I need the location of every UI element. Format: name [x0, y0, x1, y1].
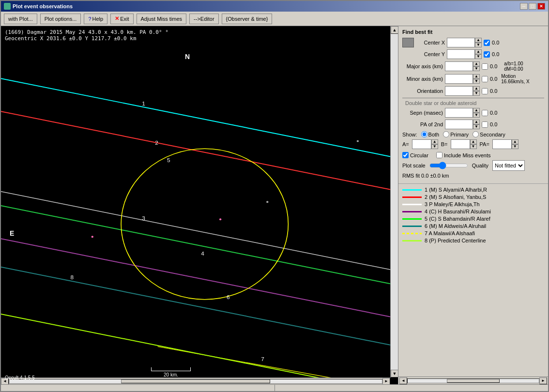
- orientation-down[interactable]: ▼: [473, 91, 480, 96]
- major-axis-spinbox: 43.0 ▲ ▼: [445, 61, 480, 71]
- quality-select[interactable]: Not fitted: [492, 160, 525, 171]
- observer-time-button[interactable]: {Observer & time}: [222, 14, 273, 24]
- toolbar: with Plot... Plot options... ? Help ✕ Ex…: [1, 12, 548, 26]
- legend-text: 6 (M) M Aldweis/A Alruhail: [425, 223, 486, 229]
- orientation-checkbox[interactable]: [482, 88, 488, 94]
- primary-radio-label: Primary: [443, 131, 469, 137]
- right-scroll-right[interactable]: ►: [539, 377, 547, 384]
- center-y-input[interactable]: 1.5: [447, 49, 475, 59]
- center-y-up[interactable]: ▲: [475, 49, 482, 54]
- svg-line-1: [1, 106, 398, 201]
- pa-spinbox: 0.0 ▲ ▼: [492, 139, 518, 149]
- b-up[interactable]: ▲: [470, 139, 477, 144]
- legend-line: [402, 240, 422, 241]
- svg-line-4: [1, 200, 398, 295]
- right-scroll-thumb[interactable]: [447, 379, 499, 383]
- plot-info-line1: (1669) Dagmar 2015 May 24 43.0 x 43.0 km…: [5, 29, 168, 35]
- legend-item: 5 (C) S Bahamdain/R Alaref: [402, 216, 544, 222]
- center-y-down[interactable]: ▼: [475, 54, 482, 59]
- close-button[interactable]: ✕: [537, 3, 545, 10]
- maximize-button[interactable]: □: [529, 3, 536, 10]
- legend-text: 3 P Maley/E Alkhuja,Th: [425, 201, 480, 207]
- center-x-down[interactable]: ▼: [475, 43, 482, 47]
- window-icon: [4, 3, 11, 10]
- center-x-input[interactable]: -0.4: [447, 38, 475, 47]
- plot-scale-label: Plot scale: [402, 163, 426, 168]
- right-panel-scrollbar[interactable]: ◄ ►: [398, 377, 548, 384]
- major-axis-up[interactable]: ▲: [473, 61, 480, 66]
- legend-item: 7 A Malawi/A Alshaafi: [402, 230, 544, 236]
- a-down[interactable]: ▼: [431, 144, 438, 149]
- status-bar: [1, 384, 548, 391]
- major-axis-down[interactable]: ▼: [473, 66, 480, 71]
- plot-scale-slider[interactable]: [429, 162, 468, 169]
- secondary-radio[interactable]: [473, 131, 479, 137]
- primary-radio[interactable]: [443, 131, 449, 137]
- orientation-input[interactable]: 0.0: [445, 86, 473, 96]
- main-area: 1 2 3 4 5 6 7 8 (1669) Dagmar 2015 May 2…: [1, 26, 548, 384]
- sepn-checkbox[interactable]: [482, 110, 488, 116]
- major-axis-checkbox[interactable]: [482, 63, 488, 70]
- minor-axis-up[interactable]: ▲: [473, 74, 480, 79]
- adjust-miss-button[interactable]: Adjust Miss times: [137, 14, 187, 24]
- help-button[interactable]: ? Help: [84, 14, 107, 24]
- center-y-right-val: 0.0: [492, 51, 499, 57]
- center-x-label: Center X: [416, 40, 445, 45]
- with-plot-button[interactable]: with Plot...: [4, 14, 37, 24]
- pa-input[interactable]: 0.0: [492, 139, 512, 149]
- plot-vscrollbar[interactable]: ▲ ▼: [390, 26, 398, 377]
- scale-bar: 20 km.: [151, 367, 191, 377]
- pa-up[interactable]: ▲: [512, 139, 518, 144]
- legend-line: [402, 204, 422, 205]
- legend-item: 2 (M) S Alsofiani, Yanbu,S: [402, 194, 544, 200]
- find-best-fit-section: Find best fit Center X -0.4 ▲ ▼ 0.0: [398, 26, 548, 184]
- show-label: Show:: [402, 132, 417, 137]
- major-axis-input[interactable]: 43.0: [445, 61, 473, 71]
- scroll-up-arrow[interactable]: ▲: [391, 26, 398, 34]
- minor-axis-down[interactable]: ▼: [473, 79, 480, 84]
- minor-axis-right-val: 0.0: [490, 76, 497, 82]
- center-x-up[interactable]: ▲: [475, 38, 482, 43]
- plot-hscrollbar[interactable]: ◄ ►: [1, 377, 390, 384]
- center-x-checkbox[interactable]: [484, 40, 490, 46]
- legend-line: [402, 218, 422, 220]
- pa-down[interactable]: ▼: [512, 144, 518, 149]
- plot-options-button[interactable]: Plot options...: [40, 14, 81, 24]
- legend-text: 1 (M) S Alyami/A Alharbi,R: [425, 187, 487, 193]
- legend-area: 1 (M) S Alyami/A Alharbi,R2 (M) S Alsofi…: [398, 184, 548, 377]
- a-up[interactable]: ▲: [431, 139, 438, 144]
- scroll-track: [391, 34, 398, 370]
- minor-axis-input[interactable]: 43.0: [445, 74, 473, 84]
- major-axis-row: Major axis (km) 43.0 ▲ ▼ 0.0 a/b=1.00 dM…: [402, 61, 544, 72]
- a-input[interactable]: 0.0: [412, 139, 431, 149]
- orientation-up[interactable]: ▲: [473, 86, 480, 91]
- abc-row: A= 0.0 ▲ ▼ B= 0.0 ▲ ▼: [402, 139, 544, 149]
- pa2nd-input[interactable]: 0.0: [445, 120, 473, 129]
- both-radio[interactable]: [421, 131, 427, 137]
- circular-checkbox[interactable]: [402, 152, 409, 158]
- right-scroll-track: [407, 378, 539, 383]
- b-input[interactable]: 0.0: [451, 139, 470, 149]
- exit-button[interactable]: ✕ Exit: [110, 14, 133, 24]
- legend-item: 8 (P) Predicted Centerline: [402, 238, 544, 243]
- both-radio-label: Both: [421, 131, 440, 137]
- sepn-down[interactable]: ▼: [473, 113, 480, 118]
- minor-axis-checkbox[interactable]: [482, 76, 488, 82]
- scroll-right-arrow[interactable]: ►: [382, 378, 390, 385]
- pa2nd-down[interactable]: ▼: [473, 124, 480, 129]
- hscroll-thumb[interactable]: [121, 379, 270, 383]
- scroll-down-arrow[interactable]: ▼: [391, 370, 398, 377]
- sepn-label: Sepn (masec): [402, 110, 443, 116]
- center-y-row: Center Y 1.5 ▲ ▼ 0.0: [402, 49, 544, 59]
- sepn-input[interactable]: 0.0: [445, 108, 473, 118]
- orientation-right-val: 0.0: [490, 88, 497, 94]
- center-y-checkbox[interactable]: [484, 51, 490, 58]
- sepn-up[interactable]: ▲: [473, 108, 480, 113]
- pa2nd-checkbox[interactable]: [482, 121, 488, 128]
- pa2nd-up[interactable]: ▲: [473, 120, 480, 124]
- include-miss-checkbox[interactable]: [436, 152, 442, 158]
- right-scroll-left[interactable]: ◄: [399, 377, 407, 384]
- minimize-button[interactable]: ─: [520, 3, 528, 10]
- b-down[interactable]: ▼: [470, 144, 477, 149]
- editor-button[interactable]: -->Editor: [189, 14, 219, 24]
